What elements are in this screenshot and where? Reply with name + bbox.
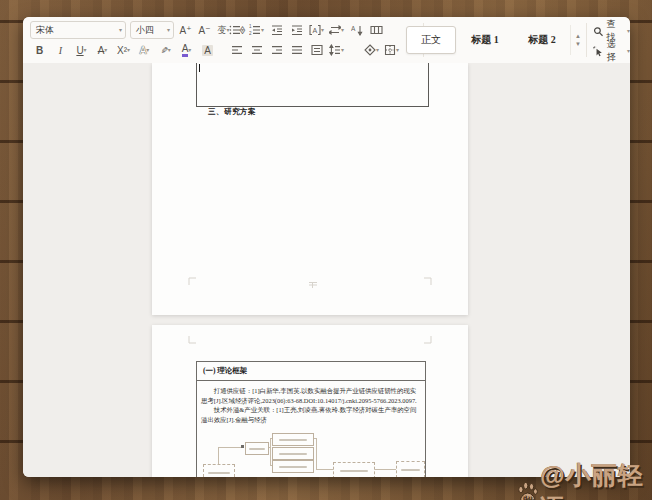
- select-button[interactable]: 选择 ▾: [593, 43, 630, 59]
- chevron-down-icon: ▾: [341, 47, 344, 53]
- select-cursor-icon: [593, 46, 604, 57]
- page-center-mark: [309, 282, 317, 288]
- align-right-button[interactable]: [269, 42, 284, 58]
- chevron-down-icon: ▾: [146, 47, 149, 53]
- reference-paragraph[interactable]: 技术外溢&产业关联：[1]王亮,刘凌燕,蒋依玲.数字经济对碳生产率的空间溢出效应…: [201, 405, 421, 424]
- chevron-down-icon: ▾: [119, 27, 122, 33]
- align-left-button[interactable]: [229, 42, 244, 58]
- baidu-paw-icon: du: [516, 479, 539, 500]
- tab-settings-icon: [370, 24, 383, 36]
- char-scale-icon: A: [309, 24, 321, 36]
- chevron-down-icon: ▾: [127, 47, 130, 53]
- distribute-icon: [311, 44, 323, 56]
- chevron-down-icon: ▾: [341, 27, 344, 33]
- sort-icon: A: [351, 24, 363, 36]
- underline-button[interactable]: U ▾: [74, 42, 89, 58]
- borders-button[interactable]: ▾: [384, 42, 399, 58]
- increase-indent-button[interactable]: [289, 22, 304, 38]
- bullet-list-icon: [229, 24, 241, 36]
- text-outline-icon: A: [140, 45, 147, 56]
- section-heading[interactable]: 三、研究方案: [208, 107, 256, 117]
- table-title-cell[interactable]: (一) 理论框架: [197, 362, 425, 381]
- text-cursor: [199, 64, 200, 72]
- text-direction-icon: [329, 24, 341, 36]
- char-shading-icon: A: [202, 45, 213, 56]
- styles-gallery-down-button[interactable]: ▼: [575, 41, 581, 47]
- margin-corner-mark: [423, 335, 432, 344]
- chevron-down-icon: ▾: [627, 28, 630, 34]
- text-frame[interactable]: [196, 63, 429, 107]
- increase-indent-icon: [291, 24, 303, 36]
- strikethrough-button[interactable]: A ▾: [95, 42, 110, 58]
- underline-icon: U: [76, 45, 83, 56]
- toolbar-divider: [586, 23, 587, 57]
- word-processor-window: 宋体 ▾ 小四 ▾ A⁺ A⁻ 变 ▾ ◊ B: [23, 17, 630, 477]
- numbered-list-button[interactable]: 12 ▾: [249, 22, 264, 38]
- styles-gallery-up-button[interactable]: ▲: [575, 33, 581, 39]
- superscript-button[interactable]: X² ▾: [116, 42, 131, 58]
- numbered-list-icon: 12: [249, 24, 261, 36]
- reference-paragraph[interactable]: 打通供应链：[1]白新华,李国英.以数实融合提升产业链供应链韧性的现实思考[J]…: [201, 386, 421, 405]
- chevron-down-icon: ▾: [627, 48, 630, 54]
- justify-button[interactable]: [289, 42, 304, 58]
- tab-settings-button[interactable]: [369, 22, 384, 38]
- italic-button[interactable]: I: [53, 42, 68, 58]
- select-label: 选择: [607, 38, 624, 64]
- chevron-down-icon: ▾: [376, 47, 379, 53]
- channel-watermark: du @小丽轻语: [516, 459, 652, 500]
- ribbon-toolbar: 宋体 ▾ 小四 ▾ A⁺ A⁻ 变 ▾ ◊ B: [23, 17, 630, 64]
- align-right-icon: [271, 44, 283, 56]
- desktop-background: 宋体 ▾ 小四 ▾ A⁺ A⁻ 变 ▾ ◊ B: [0, 0, 652, 500]
- decrease-indent-icon: [271, 24, 283, 36]
- svg-text:1: 1: [249, 24, 252, 29]
- margin-corner-mark: [188, 277, 197, 286]
- text-outline-button[interactable]: A ▾: [137, 42, 152, 58]
- shading-button[interactable]: ▾: [364, 42, 379, 58]
- font-color-icon: A: [182, 44, 189, 57]
- svg-text:du: du: [523, 494, 533, 500]
- distribute-button[interactable]: [309, 42, 324, 58]
- text-direction-button[interactable]: ▾: [329, 22, 344, 38]
- strikethrough-icon: A: [98, 45, 105, 56]
- framework-table[interactable]: (一) 理论框架 打通供应链：[1]白新华,李国英.以数实融合提升产业链供应链韧…: [196, 361, 426, 477]
- margin-corner-mark: [188, 335, 197, 344]
- chevron-down-icon: ▾: [188, 47, 191, 53]
- chevron-down-icon: ▾: [396, 47, 399, 53]
- find-button[interactable]: 查找 ▾: [593, 23, 630, 39]
- document-page-2[interactable]: (一) 理论框架 打通供应链：[1]白新华,李国英.以数实融合提升产业链供应链韧…: [152, 325, 468, 477]
- align-center-button[interactable]: [249, 42, 264, 58]
- justify-icon: [291, 44, 303, 56]
- font-color-button[interactable]: A ▾: [179, 42, 194, 58]
- document-canvas[interactable]: 三、研究方案: [23, 63, 630, 477]
- line-spacing-icon: [329, 44, 341, 56]
- shading-icon: [364, 44, 376, 56]
- grow-font-button[interactable]: A⁺: [178, 22, 193, 38]
- font-name-value: 宋体: [36, 24, 54, 37]
- table-body-cell[interactable]: 打通供应链：[1]白新华,李国英.以数实融合提升产业链供应链韧性的现实思考[J]…: [197, 381, 425, 424]
- char-shading-button[interactable]: A: [200, 42, 215, 58]
- text-effects-icon: 变: [217, 24, 226, 37]
- style-heading-2[interactable]: 标题 2: [514, 27, 570, 53]
- chevron-down-icon: ▾: [241, 27, 244, 33]
- highlighter-icon: ✎: [159, 46, 169, 54]
- style-body-text[interactable]: 正文: [406, 26, 456, 54]
- bullet-list-button[interactable]: ▾: [229, 22, 244, 38]
- decrease-indent-button[interactable]: [269, 22, 284, 38]
- chevron-down-icon: ▾: [167, 27, 170, 33]
- char-scale-button[interactable]: A ▾: [309, 22, 324, 38]
- font-size-select[interactable]: 小四 ▾: [130, 21, 174, 39]
- bold-button[interactable]: B: [32, 42, 47, 58]
- highlight-button[interactable]: ✎ ▾: [158, 42, 173, 58]
- style-heading-1[interactable]: 标题 1: [456, 27, 514, 53]
- sort-button[interactable]: A: [349, 22, 364, 38]
- superscript-icon: X²: [117, 45, 127, 56]
- svg-text:A: A: [312, 27, 317, 34]
- font-name-select[interactable]: 宋体 ▾: [30, 21, 126, 39]
- align-center-icon: [251, 44, 263, 56]
- document-page-1[interactable]: 三、研究方案: [152, 63, 468, 315]
- chevron-down-icon: ▾: [84, 47, 87, 53]
- line-spacing-button[interactable]: ▾: [329, 42, 344, 58]
- chevron-down-icon: ▾: [104, 47, 107, 53]
- svg-text:2: 2: [249, 31, 252, 36]
- shrink-font-button[interactable]: A⁻: [197, 22, 212, 38]
